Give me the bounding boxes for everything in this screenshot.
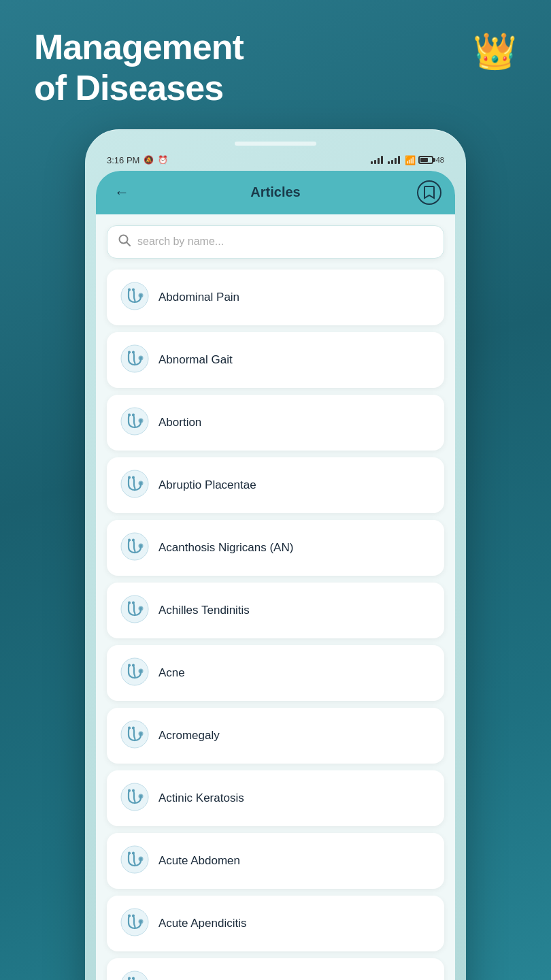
svg-point-39	[132, 726, 135, 729]
battery-icon	[418, 156, 433, 164]
list-item[interactable]: Acute Apendicitis	[107, 896, 444, 951]
svg-point-56	[139, 920, 142, 923]
stethoscope-icon	[120, 720, 149, 751]
status-right: 📶 48	[371, 155, 444, 165]
stethoscope-icon	[120, 908, 149, 939]
svg-point-41	[139, 732, 142, 735]
svg-point-3	[128, 288, 131, 291]
svg-point-16	[139, 419, 142, 422]
wifi-icon: 📶	[405, 155, 416, 165]
svg-point-9	[132, 350, 135, 353]
signal-icon-2	[388, 156, 400, 164]
mute-icon: 🔕	[144, 155, 154, 165]
search-container: search by name...	[96, 214, 455, 264]
crown-icon: 👑	[473, 31, 517, 72]
disease-name: Acanthosis Nigricans (AN)	[158, 541, 293, 555]
list-item[interactable]: Acute Cholecystitis	[107, 958, 444, 980]
search-input[interactable]: search by name...	[137, 235, 433, 248]
disease-name: Acute Abdomen	[158, 854, 240, 868]
list-item[interactable]: Abruptio Placentae	[107, 457, 444, 513]
nav-bar: ← Articles	[96, 171, 455, 214]
svg-point-43	[128, 789, 131, 791]
svg-point-8	[128, 350, 131, 353]
list-item[interactable]: Abdominal Pain	[107, 270, 444, 325]
stethoscope-icon	[120, 532, 149, 564]
svg-point-53	[128, 914, 131, 917]
svg-point-46	[139, 795, 142, 798]
list-item[interactable]: Abortion	[107, 395, 444, 451]
svg-point-11	[139, 357, 142, 359]
phone-inner: ← Articles search by name...	[96, 171, 455, 980]
alarm-icon: ⏰	[158, 155, 168, 165]
svg-point-33	[128, 664, 131, 666]
list-item[interactable]: Abnormal Gait	[107, 332, 444, 388]
stethoscope-icon	[120, 970, 149, 980]
app-header: Management of Diseases 👑	[0, 0, 551, 129]
svg-point-6	[139, 294, 142, 297]
search-icon	[118, 234, 131, 250]
disease-name: Abortion	[158, 416, 201, 429]
svg-point-54	[132, 914, 135, 917]
svg-point-51	[139, 858, 142, 860]
phone-frame: 3:16 PM 🔕 ⏰ 📶 48	[85, 129, 466, 980]
stethoscope-icon	[120, 344, 149, 376]
disease-name: Abnormal Gait	[158, 353, 233, 367]
signal-icon	[371, 156, 383, 164]
list-item[interactable]: Actinic Keratosis	[107, 770, 444, 826]
svg-point-13	[128, 413, 131, 416]
stethoscope-icon	[120, 595, 149, 626]
list-item[interactable]: Acanthosis Nigricans (AN)	[107, 520, 444, 576]
svg-point-34	[132, 664, 135, 666]
svg-point-26	[139, 544, 142, 547]
svg-point-14	[132, 413, 135, 416]
disease-name: Achilles Tendinitis	[158, 604, 250, 617]
list-item[interactable]: Acne	[107, 645, 444, 701]
svg-point-18	[128, 476, 131, 478]
battery-percent: 48	[436, 156, 444, 164]
svg-point-28	[128, 601, 131, 604]
disease-name: Abruptio Placentae	[158, 478, 256, 492]
svg-point-23	[128, 538, 131, 541]
list-item[interactable]: Achilles Tendinitis	[107, 583, 444, 638]
status-left: 3:16 PM 🔕 ⏰	[107, 155, 168, 165]
stethoscope-icon	[120, 657, 149, 689]
disease-name: Acute Apendicitis	[158, 917, 246, 930]
nav-title: Articles	[250, 184, 300, 200]
svg-point-57	[121, 971, 148, 980]
phone-notch	[235, 142, 316, 146]
svg-point-4	[132, 288, 135, 291]
svg-line-1	[127, 242, 130, 246]
svg-point-49	[132, 851, 135, 854]
disease-name: Acromegaly	[158, 729, 220, 742]
svg-point-36	[139, 670, 142, 672]
stethoscope-icon	[120, 845, 149, 877]
stethoscope-icon	[120, 470, 149, 501]
stethoscope-icon	[120, 407, 149, 438]
svg-point-24	[132, 538, 135, 541]
disease-name: Abdominal Pain	[158, 291, 239, 304]
bookmark-button[interactable]	[417, 180, 441, 205]
stethoscope-icon	[120, 282, 149, 313]
search-box[interactable]: search by name...	[107, 225, 444, 259]
disease-name: Actinic Keratosis	[158, 791, 244, 805]
time-display: 3:16 PM	[107, 155, 139, 165]
status-bar: 3:16 PM 🔕 ⏰ 📶 48	[96, 152, 455, 171]
svg-point-21	[139, 482, 142, 485]
stethoscope-icon	[120, 783, 149, 814]
disease-name: Acne	[158, 666, 185, 680]
svg-point-44	[132, 789, 135, 791]
svg-point-29	[132, 601, 135, 604]
svg-point-19	[132, 476, 135, 478]
back-button[interactable]: ←	[110, 184, 134, 201]
svg-point-31	[139, 607, 142, 610]
svg-point-59	[132, 977, 135, 979]
bookmark-icon	[423, 185, 435, 200]
svg-point-38	[128, 726, 131, 729]
disease-list: Abdominal Pain Abnormal Gait	[96, 264, 455, 980]
list-item[interactable]: Acute Abdomen	[107, 833, 444, 889]
svg-point-48	[128, 851, 131, 854]
svg-point-58	[128, 977, 131, 979]
app-title: Management of Diseases	[34, 27, 244, 109]
list-item[interactable]: Acromegaly	[107, 708, 444, 764]
